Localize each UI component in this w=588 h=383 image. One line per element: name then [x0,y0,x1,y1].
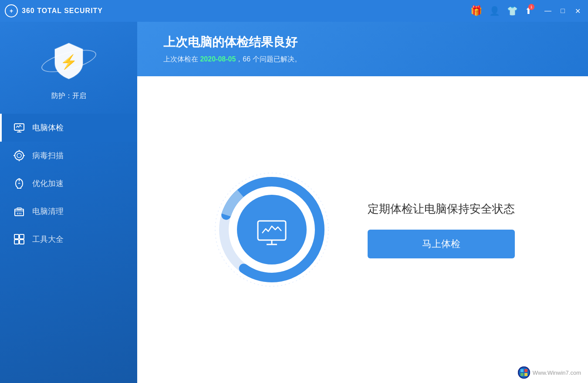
protection-status: 防护：开启 [51,92,86,101]
svg-point-32 [519,367,529,378]
sidebar: ⚡ 防护：开启 电脑体检 [0,0,137,383]
sidebar-item-tools-label: 工具大全 [32,234,64,244]
svg-rect-19 [20,234,24,239]
watermark-text: Www.Winwin7.com [533,369,581,376]
donut-svg [211,169,333,291]
right-panel: 定期体检让电脑保持安全状态 马上体检 [368,201,515,258]
svg-rect-20 [14,240,19,244]
sidebar-item-optimize[interactable]: 优化加速 [0,169,137,197]
sidebar-logo-area: ⚡ 防护：开启 [43,22,95,109]
optimize-icon [13,177,25,190]
shirt-icon[interactable]: 👕 [507,6,518,16]
svg-point-6 [15,151,24,160]
minimize-button[interactable]: — [543,6,553,16]
maximize-button[interactable]: □ [558,6,568,16]
pc-checkup-icon [13,122,25,134]
sidebar-item-pc-checkup[interactable]: 电脑体检 [0,114,137,142]
svg-rect-35 [520,373,524,376]
shield-container: ⚡ [43,35,95,87]
gift-icon[interactable]: 🎁 [470,5,482,17]
sidebar-item-tools[interactable]: 工具大全 [0,225,137,253]
status-banner: 上次电脑的体检结果良好 上次体检在 2020-08-05，66 个问题已解决。 [137,22,588,76]
status-subtitle: 上次体检在 2020-08-05，66 个问题已解决。 [163,55,566,64]
center-content: 定期体检让电脑保持安全状态 马上体检 [137,76,588,383]
svg-point-27 [237,195,307,264]
watermark: Www.Winwin7.com [518,366,581,379]
svg-rect-36 [524,373,527,376]
svg-rect-33 [520,369,524,372]
title-bar-right: 🎁 👤 👕 ⬆ 1 — □ ✕ [470,5,583,17]
user-icon[interactable]: 👤 [489,6,500,16]
app-title: 360 TOTAL SECURITY [22,7,103,15]
scan-button[interactable]: 马上体检 [368,230,515,258]
title-bar: + 360 TOTAL SECURITY 🎁 👤 👕 ⬆ 1 — □ ✕ [0,0,588,22]
status-title: 上次电脑的体检结果良好 [163,34,566,51]
subtitle-prefix: 上次体检在 [163,55,200,63]
sidebar-nav: 电脑体检 病毒扫描 [0,114,137,253]
upload-icon[interactable]: ⬆ 1 [525,6,532,16]
svg-rect-21 [20,240,24,244]
close-button[interactable]: ✕ [572,6,583,16]
sidebar-item-clean-label: 电脑清理 [32,206,64,217]
sidebar-item-virus-scan-label: 病毒扫描 [32,150,64,161]
watermark-logo [518,366,530,379]
sidebar-item-virus-scan[interactable]: 病毒扫描 [0,142,137,169]
app-logo-icon: + [4,4,18,18]
status-date: 2020-08-05 [200,55,236,63]
svg-point-7 [17,153,21,158]
donut-chart [211,169,333,291]
svg-rect-12 [15,209,24,216]
panel-title: 定期体检让电脑保持安全状态 [368,201,515,217]
sidebar-item-optimize-label: 优化加速 [32,178,64,189]
main-content: 上次电脑的体检结果良好 上次体检在 2020-08-05，66 个问题已解决。 [137,22,588,383]
clean-icon [13,205,25,217]
svg-rect-34 [524,369,527,372]
svg-text:+: + [10,7,13,14]
svg-rect-18 [14,234,19,239]
virus-scan-icon [13,149,25,162]
window-controls: — □ ✕ [543,6,583,16]
title-bar-left: + 360 TOTAL SECURITY [4,4,103,18]
sidebar-item-clean[interactable]: 电脑清理 [0,197,137,225]
notification-badge: 1 [528,4,534,10]
tools-icon [13,233,25,245]
subtitle-suffix: ，66 个问题已解决。 [236,55,301,63]
sidebar-item-pc-checkup-label: 电脑体检 [32,122,64,133]
